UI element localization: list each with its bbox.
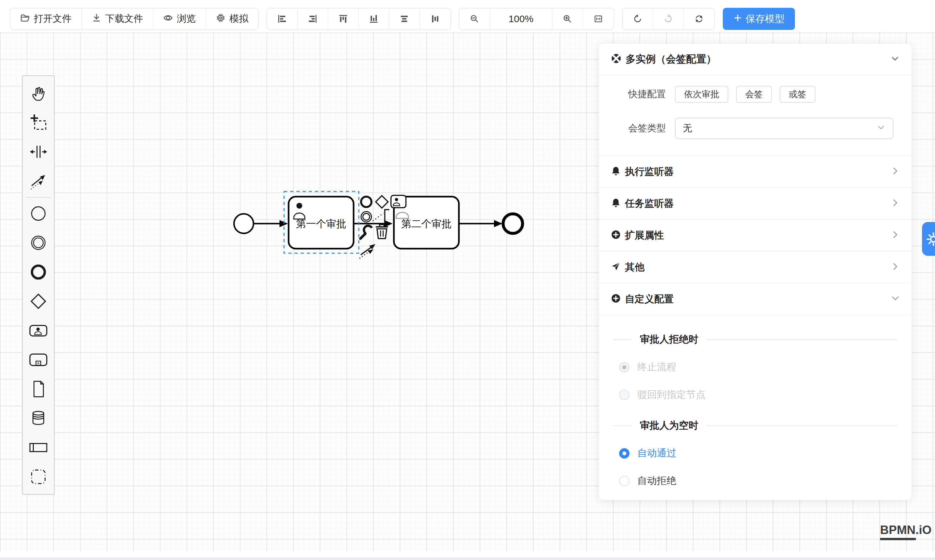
user-task-node-1[interactable]: 第一个审批 (289, 197, 354, 249)
palette-create-data-store[interactable] (23, 404, 54, 433)
group-icon (29, 468, 48, 486)
panel-header[interactable]: 多实例（会签配置） (599, 43, 912, 75)
sign-type-row: 会签类型 无 (599, 118, 912, 139)
end-event-node[interactable] (503, 214, 523, 233)
radio-return-to-node: 驳回到指定节点 (599, 388, 912, 402)
section-custom-config[interactable]: 自定义配置 (599, 283, 912, 315)
section-task-listener[interactable]: 任务监听器 (599, 187, 912, 219)
palette-global-connect-tool[interactable] (23, 166, 54, 195)
data-store-icon (29, 409, 48, 428)
append-user-task-icon[interactable] (391, 195, 406, 208)
quick-config-row: 快捷配置 依次审批 会签 或签 (599, 86, 912, 103)
align-center-vertical-button[interactable] (420, 8, 451, 29)
align-bottom-button[interactable] (359, 8, 389, 29)
align-top-button[interactable] (328, 8, 359, 29)
chevron-down-icon[interactable] (890, 54, 900, 65)
section-execution-listener[interactable]: 执行监听器 (599, 155, 912, 187)
fit-viewport-button[interactable] (583, 8, 614, 29)
send-icon (611, 261, 621, 273)
palette-create-data-object[interactable] (23, 374, 54, 404)
align-top-icon (338, 14, 348, 24)
space-tool-icon (29, 142, 48, 161)
section-other[interactable]: 其他 (599, 251, 912, 283)
download-file-label: 下载文件 (105, 12, 143, 25)
append-end-event-icon[interactable] (361, 197, 371, 207)
quick-config-orsign-button[interactable]: 或签 (780, 86, 815, 103)
sign-type-select[interactable]: 无 (675, 118, 893, 139)
reset-button[interactable] (684, 8, 714, 29)
align-left-button[interactable] (267, 8, 298, 29)
radio-terminate-process: 终止流程 (599, 360, 912, 374)
open-file-button[interactable]: 打开文件 (11, 8, 82, 29)
radio-icon (619, 362, 629, 372)
radio-icon[interactable] (619, 476, 629, 486)
zoom-out-button[interactable] (460, 8, 490, 29)
data-object-icon (29, 380, 48, 398)
palette-lasso-tool[interactable] (23, 108, 54, 137)
chevron-right-icon (891, 198, 900, 209)
divider-line (613, 425, 632, 426)
palette-create-participant[interactable] (23, 433, 54, 462)
quick-config-label: 快捷配置 (628, 88, 667, 101)
toolbar: 打开文件 下载文件 浏览 模拟 (10, 8, 795, 30)
radio-auto-pass[interactable]: 自动通过 (599, 446, 912, 460)
align-center-horizontal-button[interactable] (389, 8, 420, 29)
start-event-node[interactable] (234, 214, 254, 233)
radio-auto-reject[interactable]: 自动拒绝 (599, 474, 912, 488)
palette-create-user-task[interactable] (23, 316, 54, 345)
append-intermediate-event-icon[interactable] (361, 212, 371, 222)
align-bottom-icon (369, 14, 378, 24)
palette-create-intermediate-event[interactable] (23, 228, 54, 257)
undo-icon (633, 14, 643, 24)
gateway-icon (29, 292, 48, 311)
quick-config-countersign-button[interactable]: 会签 (736, 86, 772, 103)
watermark-text: BPMN.iO (880, 523, 932, 537)
intermediate-event-icon (29, 233, 48, 252)
divider-line (613, 339, 632, 340)
bell-icon (611, 198, 621, 209)
palette-create-gateway[interactable] (23, 287, 54, 316)
radio-icon[interactable] (619, 448, 629, 458)
palette-hand-tool[interactable] (23, 78, 54, 108)
panel-title: 多实例（会签配置） (626, 52, 716, 66)
settings-side-tab[interactable] (922, 222, 935, 256)
preview-label: 浏览 (177, 12, 196, 25)
append-gateway-icon[interactable] (376, 195, 388, 208)
bell-icon (611, 166, 621, 177)
plus-circle-icon (611, 293, 621, 305)
change-type-wrench-icon[interactable] (360, 226, 372, 238)
palette-space-tool[interactable] (23, 137, 54, 166)
undo-button[interactable] (623, 8, 653, 29)
palette-create-end-event[interactable] (23, 257, 54, 287)
palette-create-start-event[interactable] (23, 199, 54, 228)
subprocess-icon (29, 350, 48, 369)
preview-button[interactable]: 浏览 (154, 8, 206, 29)
multi-instance-icon (611, 53, 622, 65)
align-left-icon (277, 14, 287, 24)
bpmn-io-watermark[interactable]: BPMN.iO (880, 523, 932, 540)
redo-button[interactable] (653, 8, 684, 29)
quick-config-sequential-button[interactable]: 依次审批 (675, 86, 728, 103)
palette-create-subprocess[interactable] (23, 345, 54, 374)
sign-type-value: 无 (683, 122, 692, 135)
connect-tool-icon[interactable] (360, 244, 375, 258)
zoom-in-button[interactable] (552, 8, 583, 29)
global-connect-icon (29, 172, 48, 191)
save-model-button[interactable]: 保存模型 (723, 8, 795, 30)
align-center-horizontal-icon (400, 14, 409, 24)
bottom-scrollbar[interactable] (0, 557, 935, 560)
section-extended-properties[interactable]: 扩展属性 (599, 219, 912, 251)
append-text-annotation-icon[interactable] (373, 210, 389, 223)
radio-icon (619, 390, 629, 400)
divider-line (707, 425, 897, 426)
delete-trash-icon[interactable] (376, 225, 388, 238)
divider-line (707, 339, 897, 340)
download-icon (92, 13, 101, 25)
zoom-in-icon (563, 14, 572, 24)
align-right-button[interactable] (298, 8, 328, 29)
palette-create-group[interactable] (23, 462, 54, 491)
download-file-button[interactable]: 下载文件 (82, 8, 154, 29)
simulate-button[interactable]: 模拟 (206, 8, 258, 29)
end-event-icon (29, 263, 48, 282)
open-file-label: 打开文件 (34, 12, 71, 25)
